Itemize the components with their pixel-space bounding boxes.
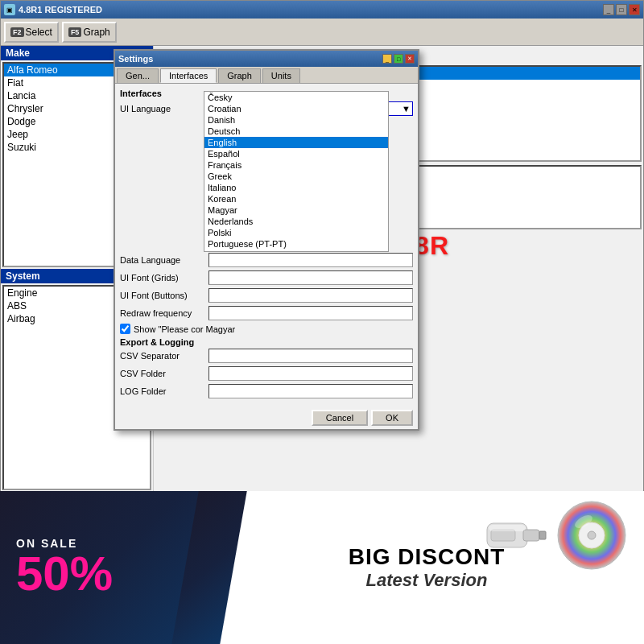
ui-font-buttons-row: UI Font (Buttons) [120, 288, 413, 303]
app-window: ▣ 4.8R1 REGISTERED _ □ ✕ F2 Select F5 Gr… [0, 0, 644, 491]
lang-item[interactable]: Danish [204, 114, 388, 126]
ok-button[interactable]: OK [371, 410, 413, 426]
dialog-minimize-button[interactable]: _ [382, 54, 392, 64]
ui-font-buttons-input[interactable] [208, 288, 413, 303]
log-folder-input[interactable] [208, 384, 413, 398]
ui-font-buttons-label: UI Font (Buttons) [120, 291, 208, 300]
lang-item[interactable]: Česky [204, 92, 388, 103]
usb-drive-image [483, 507, 547, 564]
lang-item[interactable]: Greek [204, 171, 388, 182]
cancel-button[interactable]: Cancel [312, 410, 368, 426]
cd-disc-image [555, 499, 628, 572]
data-language-row: Data Language [120, 253, 413, 267]
svg-point-7 [588, 531, 596, 539]
log-folder-row: LOG Folder [120, 384, 413, 398]
svg-rect-3 [491, 530, 515, 541]
promo-text-area: BIG DISCONT Latest Version [349, 544, 506, 591]
sale-percent: 50% [16, 550, 113, 598]
tab-interfaces[interactable]: Interfaces [160, 68, 217, 83]
redraw-freq-label: Redraw frequency [120, 308, 208, 318]
lang-item[interactable]: Română [204, 250, 388, 252]
dialog-content: Interfaces UI Language English ▼ Česky C… [115, 84, 418, 407]
show-please-checkbox[interactable] [120, 324, 130, 334]
csv-folder-row: CSV Folder [120, 366, 413, 381]
checkbox-row: Show "Please cor Magyar [120, 324, 413, 334]
log-folder-label: LOG Folder [120, 386, 208, 396]
lang-item[interactable]: Français [204, 159, 388, 171]
lang-item[interactable]: Español [204, 148, 388, 159]
latest-version-text: Latest Version [349, 570, 506, 591]
csv-folder-label: CSV Folder [120, 369, 208, 378]
lang-item[interactable]: Polski [204, 227, 388, 238]
settings-dialog: Settings _ □ ✕ Gen... Interfaces Graph U… [114, 49, 419, 431]
dialog-tabs: Gen... Interfaces Graph Units [115, 67, 418, 84]
svg-rect-1 [523, 530, 539, 541]
dropdown-arrow-icon: ▼ [402, 104, 411, 114]
dialog-title-bar: Settings _ □ ✕ [115, 51, 418, 67]
lang-item[interactable]: Italiano [204, 182, 388, 193]
ui-font-grids-label: UI Font (Grids) [120, 273, 208, 283]
ui-font-grids-row: UI Font (Grids) [120, 270, 413, 285]
lang-item-english[interactable]: English [204, 137, 388, 148]
lang-item[interactable]: Magyar [204, 204, 388, 216]
promo-right: BIG DISCONT Latest Version [209, 491, 644, 644]
csv-separator-label: CSV Separator [120, 351, 208, 361]
tab-gen[interactable]: Gen... [117, 68, 159, 83]
csv-separator-row: CSV Separator [120, 349, 413, 363]
ui-language-label: UI Language [120, 104, 208, 114]
lang-item[interactable]: Portuguese (PT-PT) [204, 238, 388, 250]
dialog-maximize-button[interactable]: □ [394, 54, 403, 64]
product-images [483, 499, 628, 572]
language-list[interactable]: Česky Croatian Danish Deutsch English Es… [204, 91, 389, 252]
dialog-title: Settings [118, 54, 153, 64]
data-language-input[interactable] [208, 253, 413, 267]
lang-item[interactable]: Korean [204, 193, 388, 204]
svg-rect-4 [489, 525, 526, 531]
big-discount-text: BIG DISCONT [349, 544, 506, 570]
dialog-overlay: Settings _ □ ✕ Gen... Interfaces Graph U… [1, 1, 643, 490]
tab-units[interactable]: Units [262, 68, 300, 83]
csv-separator-input[interactable] [208, 349, 413, 363]
export-logging-label: Export & Logging [120, 337, 413, 347]
checkbox-label: Show "Please cor Magyar [134, 324, 235, 334]
csv-folder-input[interactable] [208, 366, 413, 381]
data-language-label: Data Language [120, 255, 208, 265]
dialog-close-button[interactable]: ✕ [405, 54, 415, 64]
dialog-buttons: Cancel OK [115, 407, 418, 429]
promo-banner: ON SALE 50% BIG DISCONT Latest Version [0, 491, 644, 644]
tab-graph[interactable]: Graph [218, 68, 261, 83]
ui-font-grids-input[interactable] [208, 270, 413, 285]
svg-rect-2 [539, 531, 546, 539]
redraw-freq-input[interactable] [208, 306, 413, 320]
redraw-freq-row: Redraw frequency [120, 306, 413, 320]
dialog-title-controls: _ □ ✕ [382, 54, 415, 64]
lang-item[interactable]: Croatian [204, 103, 388, 114]
promo-left: ON SALE 50% [0, 491, 209, 644]
lang-item[interactable]: Deutsch [204, 126, 388, 137]
lang-item[interactable]: Nederlands [204, 216, 388, 227]
